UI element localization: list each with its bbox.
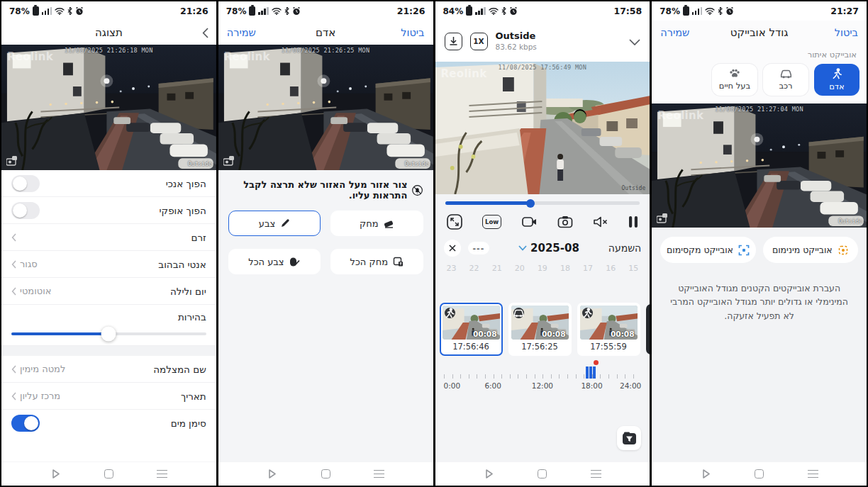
page-header: תצוגה: [1, 21, 216, 45]
tab-vehicle[interactable]: רכב: [763, 64, 808, 96]
paint-all-icon: [289, 257, 301, 267]
bluetooth-icon: [718, 7, 723, 15]
snapshot-button[interactable]: [557, 215, 573, 228]
collapse-chevron-icon[interactable]: [629, 35, 640, 48]
brightness-slider[interactable]: [11, 332, 206, 335]
filter-button[interactable]: [617, 426, 641, 450]
camera-object-size-view[interactable]: 11/08/2025 21:27:04 MON Reolink Outside: [652, 103, 867, 228]
battery-percent: 78%: [226, 6, 247, 16]
max-object-button[interactable]: אובייקט מקסימום: [660, 237, 755, 263]
row-value: אוטומטי: [20, 286, 51, 296]
paw-icon: [729, 69, 740, 79]
paint-label: צבע: [259, 218, 275, 229]
clip-card-partial[interactable]: [646, 304, 650, 354]
clip-card[interactable]: 00:08 17:55:59: [577, 303, 640, 356]
row-watermark[interactable]: סימן מים: [1, 410, 216, 437]
reolink-watermark: Reolink: [7, 50, 53, 63]
wifi-icon: [272, 7, 282, 15]
hour-tick-label: 15: [628, 264, 638, 273]
nav-home-button[interactable]: [100, 466, 117, 483]
chevron-left-icon: [11, 233, 16, 242]
paint-all-button[interactable]: צבע הכל: [228, 249, 321, 274]
camera-name: Outside: [496, 30, 537, 42]
nav-back-button[interactable]: [264, 466, 281, 483]
quality-button[interactable]: Low: [482, 215, 501, 229]
clip-card[interactable]: 00:08 17:56:25: [508, 303, 572, 356]
cancel-button[interactable]: ביטול: [835, 27, 858, 38]
night-street-scene: [1, 45, 216, 170]
playback-video[interactable]: 11/08/2025 17:56:49 MON Reolink Outside: [435, 62, 650, 194]
save-button[interactable]: שמירה: [227, 27, 256, 38]
row-flip-vertical[interactable]: הפוך אנכי: [1, 170, 216, 197]
erase-all-button[interactable]: מחק הכל: [330, 249, 423, 274]
slider-knob[interactable]: [101, 327, 116, 342]
erase-button[interactable]: מחק: [330, 211, 423, 236]
tab-animal[interactable]: בעל חיים: [712, 64, 757, 96]
pause-button[interactable]: [628, 215, 639, 229]
download-button[interactable]: [445, 33, 462, 50]
bluetooth-icon: [67, 7, 72, 15]
clip-strip[interactable]: 00:08 17:56:46 00:08 17:56:25: [435, 303, 650, 356]
day-timeline[interactable]: 0:00 6:00 12:00 18:00 24:00: [444, 364, 642, 393]
speed-button[interactable]: 1X: [470, 33, 488, 50]
row-label: הפוך אנכי: [166, 178, 206, 189]
clip-card[interactable]: 00:08 17:56:46: [440, 303, 503, 356]
min-object-button[interactable]: אובייקט מינימום: [763, 237, 858, 263]
reolink-watermark: Reolink: [657, 109, 703, 122]
fullscreen-button[interactable]: [446, 213, 463, 230]
row-anti-flicker[interactable]: אנטי הבהוב סגור: [1, 251, 216, 278]
row-day-night[interactable]: יום ולילה אוטומטי: [1, 278, 216, 305]
record-button[interactable]: [521, 215, 538, 228]
timeline-label: 18:00: [581, 381, 602, 390]
seek-bar[interactable]: [445, 201, 640, 205]
eraser-icon: [384, 219, 394, 228]
object-size-body: אובייקט מינימום אובייקט מקסימום העברת או…: [652, 228, 867, 461]
row-date-position[interactable]: תאריך מרכז עליון: [1, 383, 216, 410]
camera-location-label: Outside: [838, 218, 862, 225]
status-bar: 78% 21:26: [1, 1, 216, 21]
mute-button[interactable]: [593, 215, 608, 228]
nav-back-button[interactable]: [47, 466, 64, 483]
flip-vertical-toggle[interactable]: [11, 175, 40, 192]
nav-recents-button[interactable]: [587, 466, 604, 483]
camera-zone-canvas[interactable]: 11/08/2025 21:26:25 MON Reolink Outside: [218, 45, 433, 170]
save-button[interactable]: שמירה: [660, 27, 689, 38]
hour-scale[interactable]: 23 22 21 20 19 18 17 16 15: [435, 261, 650, 273]
camera-live-view[interactable]: 11/08/2025 21:26:18 MON Reolink Outside: [1, 45, 216, 170]
clip-duration: 00:08: [611, 330, 634, 338]
camera-name-block: Outside 83.62 kbps: [496, 30, 537, 51]
nav-recents-button[interactable]: [804, 466, 821, 483]
close-button[interactable]: [444, 240, 461, 257]
clip-duration: 00:08: [473, 330, 496, 338]
timeline-label: 24:00: [620, 381, 641, 390]
back-button[interactable]: [202, 21, 208, 45]
alarm-icon: [292, 7, 301, 16]
paint-button[interactable]: צבע: [228, 211, 321, 236]
chevron-down-icon: [518, 245, 527, 251]
nav-home-button[interactable]: [534, 466, 551, 483]
nav-recents-button[interactable]: [154, 466, 171, 483]
row-stream[interactable]: זרם: [1, 224, 216, 251]
hour-tick-label: 22: [469, 264, 479, 273]
nav-back-button[interactable]: [697, 466, 714, 483]
tab-person[interactable]: אדם: [814, 64, 859, 96]
row-label: הפוך אופקי: [160, 205, 206, 216]
chevron-left-icon: [11, 392, 16, 401]
camera-location-label: Outside: [405, 161, 429, 167]
more-button[interactable]: ---: [468, 242, 490, 254]
bitrate: 83.62 kbps: [496, 43, 537, 52]
seek-knob[interactable]: [526, 199, 535, 208]
nav-home-button[interactable]: [317, 466, 334, 483]
row-camera-name-position[interactable]: שם המצלמה למטה מימין: [1, 356, 216, 383]
row-flip-horizontal[interactable]: הפוך אופקי: [1, 197, 216, 224]
cancel-button[interactable]: ביטול: [401, 27, 424, 38]
nav-recents-button[interactable]: [371, 466, 388, 483]
instruction-text: צור אזור מעל האזור שלא תרצה לקבל התראות …: [228, 179, 408, 201]
flip-horizontal-toggle[interactable]: [11, 202, 40, 219]
playback-header: 1X Outside 83.62 kbps: [435, 21, 650, 62]
hour-tick-label: 21: [492, 264, 502, 273]
month-picker[interactable]: 2025-08: [496, 242, 601, 254]
nav-home-button[interactable]: [751, 466, 768, 483]
watermark-toggle[interactable]: [11, 415, 40, 432]
nav-back-button[interactable]: [481, 466, 498, 483]
